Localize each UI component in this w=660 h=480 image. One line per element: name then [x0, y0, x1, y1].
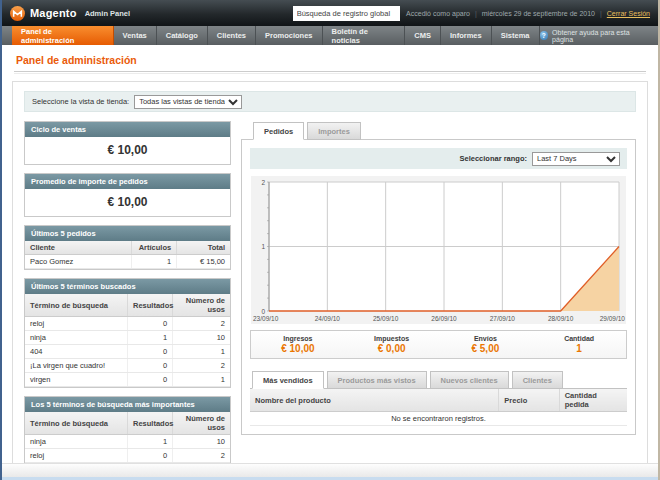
logged-in-as: Accedió como aparo [406, 10, 470, 17]
column-header[interactable]: Resultados [128, 412, 173, 435]
tab-customers[interactable]: Clientes [512, 371, 563, 389]
bestsellers-table: Nombre del producto Precio Cantidad pedi… [250, 389, 627, 426]
total-label: Cantidad [532, 335, 626, 342]
nav-item-system[interactable]: Sistema [492, 26, 540, 45]
average-orders-widget: Promedio de importe de pedidos € 10,00 [24, 173, 231, 217]
term-cell: virgen [25, 373, 128, 387]
total-cell: € 15,00 [177, 255, 230, 269]
column-header[interactable]: Número de usos [173, 294, 230, 317]
right-column: Pedidos Importes Seleccionar rango: Last… [241, 121, 636, 435]
svg-text:27/09/10: 27/09/10 [490, 315, 516, 322]
dashboard-container: Seleccione la vista de tienda: Todas las… [12, 81, 648, 463]
uses-cell: 1 [173, 345, 230, 359]
nav-item-sales[interactable]: Ventas [114, 26, 157, 45]
table-row[interactable]: ninja 1 10 [25, 331, 230, 345]
column-header[interactable]: Cantidad pedida [559, 389, 627, 412]
footer-strip [2, 463, 658, 477]
store-switcher-label: Seleccione la vista de tienda: [32, 97, 129, 106]
widget-title: Ciclo de ventas [25, 122, 230, 137]
last-orders-widget: Últimos 5 pedidos Cliente Artículos Tota… [24, 225, 231, 270]
last-orders-table: Cliente Artículos Total Paco Gomez [25, 241, 230, 269]
column-header[interactable]: Nombre del producto [250, 389, 499, 412]
range-select[interactable]: Last 7 Days [532, 152, 620, 166]
total-cell: Ingresos € 10,00 [251, 335, 345, 354]
left-column: Ciclo de ventas € 10,00 Promedio de impo… [24, 121, 231, 463]
term-cell: reloj [25, 449, 128, 463]
nav-item-dashboard[interactable]: Panel de administración [12, 26, 114, 45]
column-header[interactable]: Término de búsqueda [25, 412, 128, 435]
session-info: Accedió como aparo miércoles 29 de septi… [406, 10, 650, 17]
table-row[interactable]: reloj 0 2 [25, 449, 230, 463]
term-cell: 404 [25, 345, 128, 359]
column-header[interactable]: Cliente [25, 241, 132, 255]
logout-link[interactable]: Cerrar Sesión [607, 10, 650, 17]
nav-item-customers[interactable]: Clientes [208, 26, 256, 45]
widget-title: Últimos 5 términos buscados [25, 279, 230, 294]
column-header[interactable]: Resultados [128, 294, 173, 317]
column-header[interactable]: Precio [499, 389, 559, 412]
table-row[interactable]: ninja 1 10 [25, 435, 230, 449]
table-row[interactable]: ¡La virgen que cuadro! 0 2 [25, 359, 230, 373]
store-view-select[interactable]: Todas las vistas de tienda [134, 95, 242, 109]
term-cell: ninja [25, 331, 128, 345]
widget-title: Últimos 5 pedidos [25, 226, 230, 241]
divider [475, 10, 477, 17]
svg-text:28/09/10: 28/09/10 [548, 315, 574, 322]
column-header[interactable]: Total [177, 241, 230, 255]
nav-item-newsletter[interactable]: Boletín de noticias [323, 26, 406, 45]
help-link[interactable]: ? Obtener ayuda para esta página [540, 26, 659, 45]
column-header[interactable]: Número de usos [173, 412, 230, 435]
magento-logo-icon [10, 6, 25, 21]
term-cell: reloj [25, 317, 128, 331]
nav-item-cms[interactable]: CMS [405, 26, 441, 45]
top-header: Magento Admin Panel Accedió como aparo m… [2, 0, 658, 26]
browser-window: Magento Admin Panel Accedió como aparo m… [0, 0, 660, 480]
results-cell: 0 [128, 449, 173, 463]
top-search-terms-widget: Los 5 términos de búsqueda más important… [24, 396, 231, 463]
global-search-input[interactable] [293, 6, 400, 21]
table-row[interactable]: 404 0 1 [25, 345, 230, 359]
uses-cell: 2 [173, 449, 230, 463]
main-nav: Panel de administración Ventas Catálogo … [2, 26, 658, 45]
page-title: Panel de administración [16, 54, 644, 66]
bottom-tabs: Más vendidos Productos más vistos Nuevos… [250, 370, 627, 388]
total-label: Impuestos [345, 335, 439, 342]
title-divider [14, 71, 646, 74]
table-row[interactable]: virgen 0 1 [25, 373, 230, 387]
uses-cell: 10 [173, 331, 230, 345]
help-icon: ? [540, 31, 549, 40]
nav-item-reports[interactable]: Informes [441, 26, 492, 45]
empty-message: No se encontraron registros. [250, 412, 627, 426]
results-cell: 1 [128, 435, 173, 449]
widget-title: Los 5 términos de búsqueda más important… [25, 397, 230, 412]
column-header[interactable]: Artículos [132, 241, 177, 255]
lifetime-sales-widget: Ciclo de ventas € 10,00 [24, 121, 231, 165]
tab-amounts[interactable]: Importes [307, 122, 361, 140]
tab-new-customers[interactable]: Nuevos clientes [430, 371, 509, 389]
total-label: Envíos [439, 335, 533, 342]
uses-cell: 1 [173, 373, 230, 387]
orders-chart: 01223/09/1024/09/1025/09/1026/09/1027/09… [251, 176, 626, 324]
total-cell: Cantidad 1 [532, 335, 626, 354]
range-bar: Seleccionar rango: Last 7 Days [250, 148, 627, 169]
total-value: € 0,00 [345, 343, 439, 354]
top-search-terms-table: Término de búsqueda Resultados Número de… [25, 412, 230, 463]
total-value: € 10,00 [251, 343, 345, 354]
svg-text:23/09/10: 23/09/10 [253, 315, 279, 322]
results-cell: 0 [128, 317, 173, 331]
term-cell: ninja [25, 435, 128, 449]
last-search-terms-widget: Últimos 5 términos buscados Término de b… [24, 278, 231, 388]
table-row[interactable]: reloj 0 2 [25, 317, 230, 331]
tab-bestsellers[interactable]: Más vendidos [252, 371, 324, 389]
nav-item-promotions[interactable]: Promociones [256, 26, 323, 45]
table-row[interactable]: Paco Gomez 1 € 15,00 [25, 255, 230, 269]
nav-item-catalog[interactable]: Catálogo [157, 26, 208, 45]
tab-most-viewed[interactable]: Productos más vistos [327, 371, 427, 389]
term-cell: ¡La virgen que cuadro! [25, 359, 128, 373]
tab-orders[interactable]: Pedidos [253, 122, 304, 140]
orders-panel: Seleccionar rango: Last 7 Days 01223/09/… [241, 139, 636, 435]
results-cell: 0 [128, 359, 173, 373]
svg-text:25/09/10: 25/09/10 [373, 315, 399, 322]
logo-name: Magento [30, 7, 77, 19]
column-header[interactable]: Término de búsqueda [25, 294, 128, 317]
